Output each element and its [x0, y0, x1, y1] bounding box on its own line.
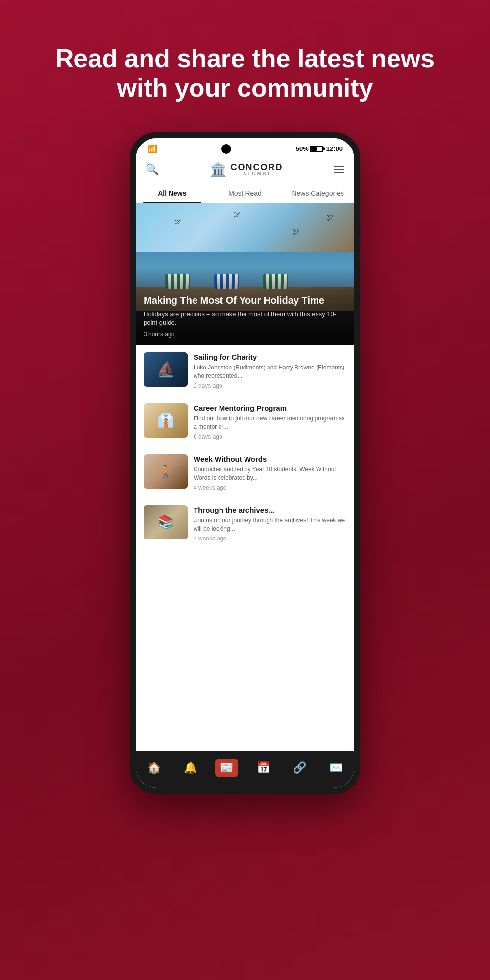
nav-item-news[interactable]: 📰	[209, 757, 245, 779]
status-left: 📶	[147, 144, 157, 153]
nav-item-calendar[interactable]: 📅	[245, 757, 281, 779]
logo-sub: ALUMNI	[231, 172, 283, 176]
list-item[interactable]: 📚 Through the archives... Join us on our…	[136, 498, 354, 549]
featured-description: Holidays are precious – so make the most…	[144, 310, 346, 327]
hero-text: Read and share the latest news with your…	[0, 44, 490, 103]
news-item-desc: Luke Johnston (Rudiments) and Harry Brow…	[194, 364, 346, 380]
news-item-title: Sailing for Charity	[194, 352, 346, 362]
news-item-title: Career Mentoring Program	[194, 403, 346, 413]
battery-indicator: 50%	[296, 145, 323, 152]
calendar-icon: 📅	[257, 761, 270, 774]
news-item-desc: Join us on our journey through the archi…	[194, 516, 346, 533]
news-item-time: 4 weeks ago	[194, 535, 346, 542]
featured-overlay: Making The Most Of Your Holiday Time Hol…	[136, 267, 354, 345]
tab-most-read[interactable]: Most Read	[209, 183, 282, 203]
share-icon: 🔗	[293, 761, 306, 774]
featured-article[interactable]: 🕊 🕊 🕊 🕊 Making The Most Of Your Holiday …	[136, 203, 354, 345]
news-item-desc: Find out how to join our new career ment…	[194, 415, 346, 431]
news-item-time: 2 days ago	[194, 382, 346, 389]
news-item-desc: Conducted and led by Year 10 students, W…	[194, 466, 346, 482]
list-item[interactable]: ⛵ Sailing for Charity Luke Johnston (Rud…	[136, 345, 354, 396]
wifi-icon: 📶	[147, 144, 157, 153]
news-thumbnail-sailing: ⛵	[144, 352, 188, 387]
news-item-time: 6 days ago	[194, 433, 346, 440]
phone-shell: 📶 50% 12:00 🔍 🏛️ CONCORD ALUMNI	[130, 132, 360, 794]
featured-title: Making The Most Of Your Holiday Time	[144, 294, 346, 307]
logo-area: 🏛️ CONCORD ALUMNI	[210, 162, 283, 178]
logo-name: CONCORD	[231, 163, 283, 172]
status-bar: 📶 50% 12:00	[136, 138, 354, 157]
nav-item-notifications[interactable]: 🔔	[172, 757, 208, 779]
news-thumbnail-archives: 📚	[144, 505, 188, 539]
nav-item-messages[interactable]: ✉️	[318, 757, 354, 779]
nav-item-home[interactable]: 🏠	[136, 757, 172, 779]
app-header: 🔍 🏛️ CONCORD ALUMNI	[136, 157, 354, 183]
nav-item-share[interactable]: 🔗	[281, 757, 318, 779]
tabs-bar: All News Most Read News Categories	[136, 183, 354, 203]
status-right: 50% 12:00	[296, 145, 343, 152]
news-thumbnail-mentoring: 👔	[144, 403, 188, 438]
menu-icon[interactable]	[334, 166, 344, 173]
news-icon: 📰	[215, 759, 238, 777]
search-icon[interactable]: 🔍	[146, 163, 159, 176]
bell-icon: 🔔	[184, 761, 197, 774]
clock: 12:00	[326, 145, 343, 152]
news-thumbnail-words: 🚶	[144, 454, 188, 489]
featured-time: 3 hours ago	[144, 331, 346, 338]
news-item-title: Week Without Words	[194, 454, 346, 464]
bottom-nav: 🏠 🔔 📰 📅 🔗 ✉️	[136, 751, 354, 788]
list-item[interactable]: 👔 Career Mentoring Program Find out how …	[136, 396, 354, 447]
news-item-title: Through the archives...	[194, 505, 346, 515]
mail-icon: ✉️	[329, 761, 343, 774]
tab-news-categories[interactable]: News Categories	[281, 183, 354, 203]
phone-inner: 📶 50% 12:00 🔍 🏛️ CONCORD ALUMNI	[136, 138, 354, 788]
news-list: ⛵ Sailing for Charity Luke Johnston (Rud…	[136, 345, 354, 751]
camera-dot	[221, 144, 231, 154]
tab-all-news[interactable]: All News	[136, 183, 209, 203]
home-icon: 🏠	[147, 761, 161, 774]
news-item-time: 4 weeks ago	[194, 484, 346, 491]
logo-building-icon: 🏛️	[210, 162, 227, 178]
battery-percent: 50%	[296, 145, 309, 152]
list-item[interactable]: 🚶 Week Without Words Conducted and led b…	[136, 447, 354, 498]
